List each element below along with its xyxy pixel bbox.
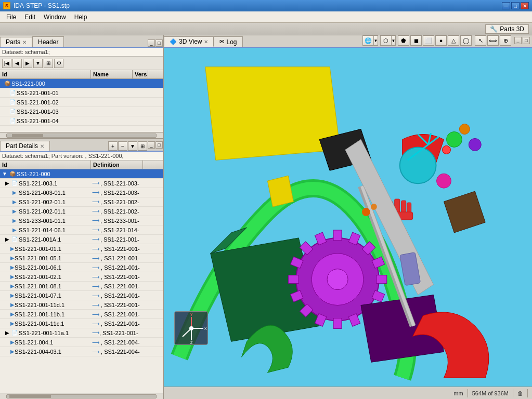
maximize-button[interactable]: □ (511, 2, 520, 9)
details-row-4[interactable]: ▶ SS1-221-002-01.1 ⟶ , SS1-221-002- (0, 207, 163, 216)
3d-scene-svg (164, 48, 532, 387)
details-expand[interactable]: + (108, 141, 118, 151)
nav-prev[interactable]: ◀ (12, 59, 22, 68)
details-row-2[interactable]: ▶ SS1-221-003-01.1 ⟶ , SS1-221-003- (0, 188, 163, 197)
details-min[interactable]: _ (148, 141, 155, 149)
view-min-btn[interactable]: _ (514, 37, 522, 44)
details-row-7[interactable]: ▶ 📄 SS1-221-001A.1 ⟶ , SS1-221-001- (0, 235, 163, 244)
svg-point-27 (459, 124, 470, 135)
tab-3d-label: 3D View (179, 38, 202, 45)
parts-row-4[interactable]: 📄 SS1-221-001-04 (0, 116, 163, 126)
details-filter[interactable]: ▼ (128, 141, 137, 151)
view-torus-btn[interactable]: ◯ (460, 35, 472, 46)
details-row-5[interactable]: ▶ SS1-233-001-01.1 ⟶ , SS1-233-001- (0, 216, 163, 225)
view-cube-btn[interactable]: ⬡ (380, 35, 392, 46)
close-button[interactable]: ✕ (521, 2, 529, 9)
app-icon: S (3, 2, 10, 9)
view-world-btn[interactable]: 🌐 (362, 35, 374, 46)
details-row-10[interactable]: ▶SS1-221-001-06.1 ⟶ , SS1-221-001- (0, 263, 163, 272)
tab-header[interactable]: Header (32, 36, 64, 47)
nav-filter[interactable]: ▼ (33, 59, 43, 68)
tab-log[interactable]: ✉ Log (214, 36, 242, 47)
3d-canvas[interactable]: Y X Z (164, 48, 532, 387)
details-max[interactable]: □ (155, 141, 163, 149)
view-select-btn[interactable]: ↖ (475, 35, 486, 46)
view-sphere-btn[interactable]: ● (435, 35, 447, 46)
details-row-1[interactable]: ▶ 📄 SS1-221-003.1 ⟶ , SS1-221-003- (0, 179, 163, 188)
nav-settings[interactable]: ⚙ (54, 59, 63, 68)
memory-display: 564M of 936M (472, 390, 509, 396)
details-row-3[interactable]: ▶ SS1-221-002-01.1 ⟶ , SS1-221-002- (0, 197, 163, 207)
menu-help[interactable]: Help (70, 12, 92, 22)
minimize-button[interactable]: ─ (502, 2, 510, 9)
details-row-17[interactable]: ▶ 📄 SS1-221-001-11a.1 ⟶ , SS1-221-001- (0, 328, 163, 338)
title-bar: S IDA-STEP - SS1.stp ─ □ ✕ (0, 0, 532, 11)
nav-play[interactable]: ▶ (23, 59, 32, 68)
parts-row-1[interactable]: 📄 SS1-221-001-01 (0, 88, 163, 98)
parts-tab-label: Parts (6, 38, 20, 46)
details-tab-close[interactable]: ✕ (40, 143, 44, 149)
details-row-18[interactable]: ▶SS1-221-004.1 ⟶ , SS1-221-004- (0, 338, 163, 347)
view-tab-close[interactable]: ✕ (204, 39, 208, 45)
svg-text:Y: Y (190, 313, 193, 316)
svg-point-51 (189, 326, 193, 330)
details-row-19[interactable]: ▶SS1-221-004-03.1 ⟶ , SS1-221-004- (0, 347, 163, 356)
tab-3d-view[interactable]: 🔷 3D View ✕ (164, 36, 214, 47)
details-tree[interactable]: ▼ 📦 SS1-221-000 ▶ 📄 SS1-221-003.1 (0, 169, 163, 393)
part-detail-icon-5: ▶ (10, 217, 19, 225)
details-row-13[interactable]: ▶SS1-221-001-07.1 ⟶ , SS1-221-001- (0, 291, 163, 300)
parts-row-2[interactable]: 📄 SS1-221-001-02 (0, 98, 163, 107)
svg-rect-10 (377, 275, 387, 284)
nav-export[interactable]: ⊞ (44, 59, 53, 68)
view-max-btn[interactable]: □ (523, 37, 530, 44)
parts-dataset-info: Dataset: schema1; (0, 48, 163, 57)
menu-window[interactable]: Window (40, 12, 70, 22)
svg-rect-18 (288, 275, 299, 284)
details-export[interactable]: ⊞ (138, 141, 147, 151)
view-cylinder-btn[interactable]: ⬜ (423, 35, 434, 46)
tab-parts[interactable]: Parts ✕ (0, 37, 32, 47)
status-separator-1 (468, 389, 468, 397)
col-name: Name (91, 70, 133, 78)
parts3d-icon: 🔧 (490, 25, 498, 33)
tab-part-details[interactable]: Part Details ✕ (0, 141, 50, 151)
details-row-15[interactable]: ▶SS1-221-001-11b.1 ⟶ , SS1-221-001- (0, 310, 163, 319)
details-row-6[interactable]: ▶ SS1-221-014-06.1 ⟶ , SS1-221-014- (0, 225, 163, 235)
parts-tab-close[interactable]: ✕ (22, 39, 27, 45)
details-row-16[interactable]: ▶SS1-221-001-11c.1 ⟶ , SS1-221-001- (0, 319, 163, 328)
parts-panel-min[interactable]: _ (148, 39, 155, 47)
details-row-9[interactable]: ▶SS1-221-001-05.1 ⟶ , SS1-221-001- (0, 254, 163, 263)
view-pan-btn[interactable]: ⟺ (487, 35, 499, 46)
parts3d-header: 🔧 Parts 3D (0, 23, 532, 35)
status-bar: mm 564M of 936M 🗑 (164, 387, 532, 399)
expand-icon-1: ▶ (5, 180, 9, 186)
view-cone-btn[interactable]: △ (448, 35, 459, 46)
arrow-18: ▶ (10, 339, 15, 345)
parts-row-3[interactable]: 📄 SS1-221-001-03 (0, 107, 163, 116)
view-zoom-btn[interactable]: ⊕ (500, 35, 511, 46)
view-world-arrow[interactable]: ▼ (374, 35, 378, 46)
menu-file[interactable]: File (2, 12, 20, 22)
menu-edit[interactable]: Edit (20, 12, 40, 22)
parts-row-0[interactable]: 📦 SS1-221-000 (0, 79, 163, 88)
svg-text:X: X (204, 327, 207, 330)
trash-icon[interactable]: 🗑 (517, 390, 523, 396)
view-polygon-btn[interactable]: ⬟ (398, 35, 409, 46)
svg-point-28 (469, 138, 481, 151)
nav-first[interactable]: |◀ (2, 59, 11, 68)
parts-panel-max[interactable]: □ (155, 39, 163, 47)
details-row-0[interactable]: ▼ 📦 SS1-221-000 (0, 169, 163, 179)
details-row-11[interactable]: ▶SS1-221-001-02.1 ⟶ , SS1-221-001- (0, 272, 163, 282)
arrow-14: ▶ (10, 302, 15, 308)
parts-tab-strip: Parts ✕ Header _ □ (0, 35, 163, 48)
details-row-14[interactable]: ▶SS1-221-001-11d.1 ⟶ , SS1-221-001- (0, 300, 163, 310)
svg-point-45 (371, 204, 377, 210)
view-cube-arrow[interactable]: ▼ (392, 35, 396, 46)
view-box-btn[interactable]: ◼ (410, 35, 422, 46)
parts-tree[interactable]: 📦 SS1-221-000 📄 SS1-221-001-01 (0, 79, 163, 132)
details-row-8[interactable]: ▶SS1-221-001-01.1 ⟶ , SS1-221-001- (0, 244, 163, 254)
status-separator-2 (513, 389, 513, 397)
details-row-12[interactable]: ▶SS1-221-001-08.1 ⟶ , SS1-221-001- (0, 282, 163, 291)
details-collapse[interactable]: − (118, 141, 127, 151)
svg-point-5 (327, 269, 348, 290)
